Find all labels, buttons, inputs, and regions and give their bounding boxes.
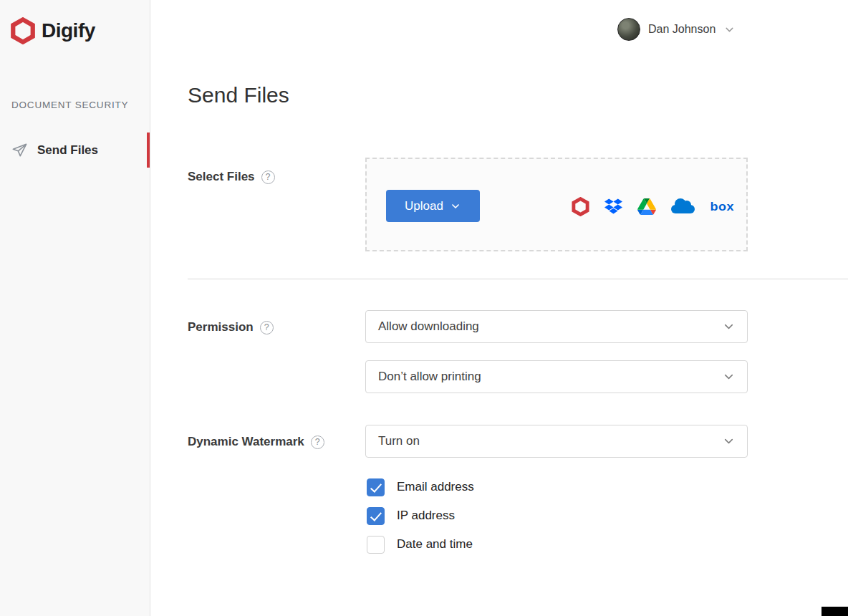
dropbox-icon[interactable] [604,196,622,216]
checkbox-label: IP address [397,509,455,523]
help-icon[interactable] [261,170,275,184]
avatar[interactable] [617,18,640,41]
permission-label-text: Permission [188,320,254,335]
user-menu[interactable]: Dan Johnson [617,18,736,41]
upload-button[interactable]: Upload [386,190,480,222]
corner-artifact [822,607,848,616]
page-title: Send Files [188,83,289,107]
google-drive-icon[interactable] [637,196,656,216]
print-permission-select[interactable]: Don’t allow printing [365,360,748,393]
brand-name: Digify [42,19,95,42]
paper-plane-icon [11,142,28,158]
date-time-checkbox[interactable] [367,536,385,554]
chevron-down-icon [722,435,736,448]
upload-button-label: Upload [405,199,443,213]
digify-service-icon[interactable] [572,196,589,216]
chevron-down-icon [450,201,461,212]
help-icon[interactable] [260,321,274,335]
chevron-down-icon [722,320,736,334]
watermark-label-text: Dynamic Watermark [188,435,304,449]
brand-logo[interactable]: Digify [10,17,95,44]
section-divider [188,279,848,279]
watermark-option-ip[interactable]: IP address [367,506,455,525]
onedrive-icon[interactable] [671,196,695,216]
watermark-value: Turn on [378,434,420,448]
watermark-option-date[interactable]: Date and time [367,535,473,554]
sidebar: Digify DOCUMENT SECURITY Send Files [0,0,150,616]
select-files-label-text: Select Files [188,170,255,184]
help-icon[interactable] [311,435,324,449]
watermark-label: Dynamic Watermark [188,435,324,449]
checkbox-label: Email address [397,480,474,494]
sidebar-item-label: Send Files [37,143,98,158]
email-address-checkbox[interactable] [367,478,385,496]
select-files-label: Select Files [188,170,275,184]
box-icon[interactable]: box [710,197,734,216]
permission-label: Permission [188,320,274,335]
main-content: Dan Johnson Send Files Select Files Uplo… [150,0,848,616]
chevron-down-icon [722,370,736,384]
sidebar-item-send-files[interactable]: Send Files [0,133,150,168]
watermark-option-email[interactable]: Email address [367,478,474,496]
print-permission-value: Don’t allow printing [378,370,481,384]
cloud-services: box [572,196,734,216]
digify-logo-icon [10,17,36,44]
user-name: Dan Johnson [648,23,716,36]
download-permission-value: Allow downloading [378,319,479,334]
download-permission-select[interactable]: Allow downloading [365,310,748,343]
watermark-select[interactable]: Turn on [365,425,748,458]
sidebar-section-label: DOCUMENT SECURITY [11,100,128,110]
checkbox-label: Date and time [397,537,473,552]
chevron-down-icon [723,24,736,36]
file-dropzone[interactable]: Upload [365,158,748,251]
ip-address-checkbox[interactable] [367,507,385,525]
